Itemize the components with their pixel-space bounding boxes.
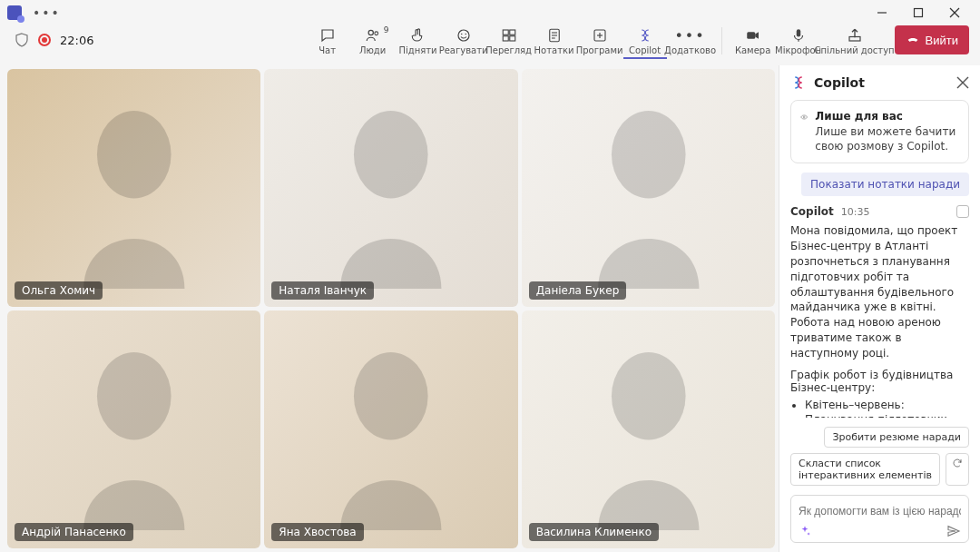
only-you-body: Лише ви можете бачити свою розмову з Cop… xyxy=(815,124,959,153)
react-label: Реагувати xyxy=(439,45,488,55)
svg-point-7 xyxy=(461,34,463,35)
refresh-button[interactable] xyxy=(946,453,969,486)
teams-logo-icon xyxy=(7,5,22,20)
apps-button[interactable]: Програми xyxy=(578,25,622,59)
view-label: Перегляд xyxy=(485,45,532,55)
composer[interactable] xyxy=(790,495,969,543)
copy-button[interactable] xyxy=(956,205,969,218)
people-button[interactable]: 9 Люди xyxy=(351,25,395,59)
copilot-message: Copilot 10:35 Мона повідомила, що проект… xyxy=(790,205,969,418)
participant-name: Яна Хвостова xyxy=(271,523,363,541)
svg-rect-20 xyxy=(747,32,755,39)
camera-label: Камера xyxy=(735,45,770,55)
close-button[interactable] xyxy=(936,0,973,25)
copilot-title: Copilot xyxy=(814,75,865,90)
maximize-button[interactable] xyxy=(900,0,936,25)
svg-point-6 xyxy=(458,30,469,41)
svg-point-5 xyxy=(374,32,377,35)
sparkle-icon[interactable] xyxy=(799,525,811,537)
participant-name: Даніела Букер xyxy=(529,281,627,300)
notes-label: Нотатки xyxy=(534,45,574,55)
participant-video xyxy=(522,310,775,548)
titlebar: ••• xyxy=(0,0,980,25)
participant-video xyxy=(264,310,517,548)
schedule-list: Квітень–червень: Планування підготовчих … xyxy=(805,398,969,418)
meeting-toolbar: 22:06 Чат 9 Люди Підняти Реагувати Перег… xyxy=(0,25,980,65)
video-tile[interactable]: Наталя Іванчук xyxy=(264,69,517,307)
raise-hand-button[interactable]: Підняти xyxy=(397,25,440,59)
camera-button[interactable]: Камера xyxy=(731,25,775,59)
svg-point-8 xyxy=(465,34,466,35)
only-you-card: Лише для вас Лише ви можете бачити свою … xyxy=(790,100,969,163)
video-tile[interactable]: Андрій Панасенко xyxy=(7,310,260,548)
copilot-button[interactable]: Copilot xyxy=(623,25,667,59)
share-label: Спільний доступ xyxy=(815,45,895,55)
svg-rect-21 xyxy=(796,29,800,36)
show-notes-button[interactable]: Показати нотатки наради xyxy=(801,172,969,196)
svg-rect-1 xyxy=(915,9,923,17)
svg-point-23 xyxy=(97,111,172,198)
minimize-button[interactable] xyxy=(864,0,900,25)
svg-rect-9 xyxy=(503,30,508,34)
svg-point-31 xyxy=(803,116,805,118)
svg-rect-12 xyxy=(509,36,514,41)
recording-indicator-icon xyxy=(38,34,51,46)
video-tile[interactable]: Василина Клименко xyxy=(522,310,775,548)
copilot-label: Copilot xyxy=(629,45,661,55)
shield-icon xyxy=(15,33,29,47)
copilot-logo-icon xyxy=(790,74,807,91)
people-count: 9 xyxy=(384,25,389,34)
overflow-icon[interactable]: ••• xyxy=(33,5,61,20)
composer-input[interactable] xyxy=(799,505,961,518)
react-button[interactable]: Реагувати xyxy=(442,25,485,59)
svg-point-28 xyxy=(612,352,686,439)
only-you-title: Лише для вас xyxy=(815,110,959,123)
svg-point-25 xyxy=(612,111,686,198)
schedule-head: Графік робот із будівництва Бізнес-центр… xyxy=(790,369,969,394)
msg-from: Copilot xyxy=(790,205,834,218)
participant-video xyxy=(7,69,260,307)
copilot-panel: Copilot Лише для вас Лише ви можете бачи… xyxy=(779,65,980,552)
view-button[interactable]: Перегляд xyxy=(487,25,531,59)
video-tile[interactable]: Яна Хвостова xyxy=(264,310,517,548)
participant-video xyxy=(264,69,517,307)
raise-label: Підняти xyxy=(399,45,437,55)
msg-body: Мона повідомила, що проект Бізнес-центру… xyxy=(790,223,969,360)
leave-label: Вийти xyxy=(926,34,958,47)
svg-rect-10 xyxy=(509,30,514,34)
chip-summary[interactable]: Зробити резюме наради xyxy=(824,427,969,448)
svg-point-26 xyxy=(97,352,172,439)
chat-label: Чат xyxy=(318,45,336,55)
toolbar-separator xyxy=(721,27,722,54)
close-panel-button[interactable] xyxy=(956,76,969,89)
video-grid: Ольга Хомич Наталя Іванчук Даніела Букер… xyxy=(0,65,779,552)
mic-button[interactable]: Мікрофон xyxy=(777,25,820,59)
msg-time: 10:35 xyxy=(841,206,870,218)
svg-point-4 xyxy=(368,30,373,34)
people-label: Люди xyxy=(359,45,386,55)
schedule-item: Квітень–червень: Планування підготовчих … xyxy=(805,398,969,418)
leave-button[interactable]: Вийти xyxy=(895,25,969,54)
send-button[interactable] xyxy=(946,524,961,538)
participant-video xyxy=(7,310,260,548)
call-timer: 22:06 xyxy=(60,34,93,47)
video-tile[interactable]: Даніела Букер xyxy=(522,69,775,307)
more-label: Додатково xyxy=(664,45,716,55)
chat-button[interactable]: Чат xyxy=(306,25,349,59)
notes-button[interactable]: Нотатки xyxy=(533,25,576,59)
svg-point-27 xyxy=(354,352,428,439)
svg-point-24 xyxy=(354,111,428,198)
participant-name: Ольга Хомич xyxy=(15,281,103,300)
participant-name: Василина Клименко xyxy=(529,523,659,541)
eye-icon xyxy=(800,110,808,124)
participant-name: Наталя Іванчук xyxy=(271,281,374,300)
video-tile[interactable]: Ольга Хомич xyxy=(7,69,260,307)
participant-name: Андрій Панасенко xyxy=(15,523,133,541)
participant-video xyxy=(522,69,775,307)
svg-rect-11 xyxy=(503,36,508,41)
share-button[interactable]: Спільний доступ xyxy=(822,25,887,59)
apps-label: Програми xyxy=(576,45,623,55)
chip-actions[interactable]: Скласти список інтерактивних елементів xyxy=(790,453,940,486)
more-button[interactable]: ••• Додатково xyxy=(669,25,712,59)
